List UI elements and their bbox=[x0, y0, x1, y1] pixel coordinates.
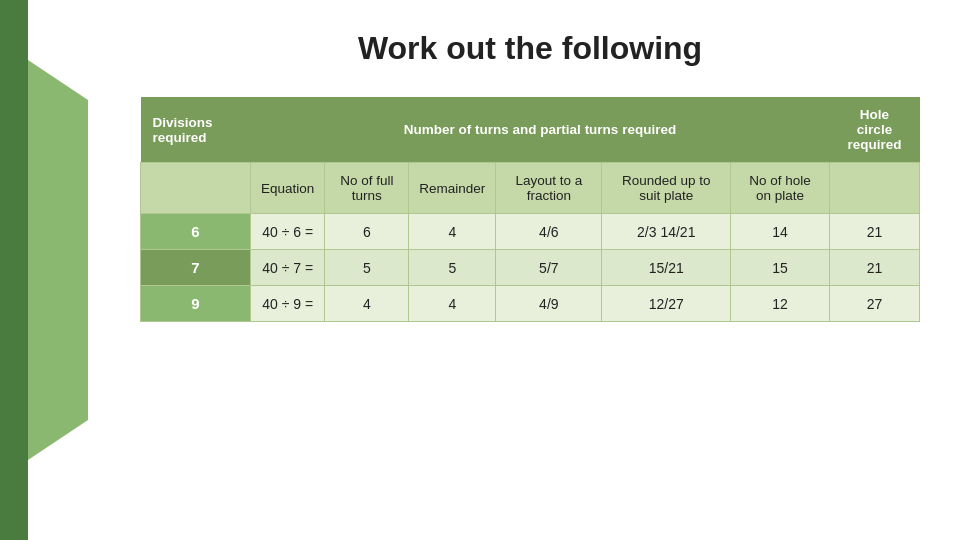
cell-division: 7 bbox=[141, 250, 251, 286]
cell-rounded-suit: 15/21 bbox=[602, 250, 731, 286]
main-content: Work out the following Divisions require… bbox=[100, 0, 960, 540]
cell-hole-circle: 21 bbox=[830, 214, 920, 250]
cell-full-turns: 6 bbox=[325, 214, 409, 250]
cell-rounded-suit: 12/27 bbox=[602, 286, 731, 322]
cell-equation: 40 ÷ 9 = bbox=[251, 286, 325, 322]
table-row: 640 ÷ 6 =644/62/3 14/211421 bbox=[141, 214, 920, 250]
cell-layout-fraction: 5/7 bbox=[496, 250, 602, 286]
cell-remainder: 4 bbox=[409, 286, 496, 322]
subheader-remainder: Remainder bbox=[409, 163, 496, 214]
number-of-turns-header: Number of turns and partial turns requir… bbox=[251, 97, 830, 163]
cell-rounded-suit: 2/3 14/21 bbox=[602, 214, 731, 250]
cell-hole-circle: 21 bbox=[830, 250, 920, 286]
subheader-no-hole-on-plate: No of hole on plate bbox=[731, 163, 830, 214]
page-title: Work out the following bbox=[140, 30, 920, 67]
table-row: 740 ÷ 7 =555/715/211521 bbox=[141, 250, 920, 286]
cell-layout-fraction: 4/9 bbox=[496, 286, 602, 322]
cell-no-hole: 15 bbox=[731, 250, 830, 286]
cell-remainder: 4 bbox=[409, 214, 496, 250]
subheader-equation: Equation bbox=[251, 163, 325, 214]
cell-no-hole: 12 bbox=[731, 286, 830, 322]
subheader-empty bbox=[141, 163, 251, 214]
cell-full-turns: 5 bbox=[325, 250, 409, 286]
cell-remainder: 5 bbox=[409, 250, 496, 286]
main-table: Divisions required Number of turns and p… bbox=[140, 97, 920, 322]
cell-full-turns: 4 bbox=[325, 286, 409, 322]
deco-bar-dark bbox=[0, 0, 28, 540]
cell-no-hole: 14 bbox=[731, 214, 830, 250]
subheader-layout-fraction: Layout to a fraction bbox=[496, 163, 602, 214]
subheader-no-full-turns: No of full turns bbox=[325, 163, 409, 214]
cell-equation: 40 ÷ 7 = bbox=[251, 250, 325, 286]
deco-bar-light bbox=[28, 60, 88, 460]
cell-hole-circle: 27 bbox=[830, 286, 920, 322]
cell-layout-fraction: 4/6 bbox=[496, 214, 602, 250]
cell-equation: 40 ÷ 6 = bbox=[251, 214, 325, 250]
table-body: 640 ÷ 6 =644/62/3 14/211421740 ÷ 7 =555/… bbox=[141, 214, 920, 322]
divisions-required-header: Divisions required bbox=[141, 97, 251, 163]
hole-circle-header: Hole circle required bbox=[830, 97, 920, 163]
subheader-rounded-suit: Rounded up to suit plate bbox=[602, 163, 731, 214]
cell-division: 6 bbox=[141, 214, 251, 250]
cell-division: 9 bbox=[141, 286, 251, 322]
table-header-row-2: Equation No of full turns Remainder Layo… bbox=[141, 163, 920, 214]
table-row: 940 ÷ 9 =444/912/271227 bbox=[141, 286, 920, 322]
table-header-row-1: Divisions required Number of turns and p… bbox=[141, 97, 920, 163]
subheader-hole-circle-empty bbox=[830, 163, 920, 214]
